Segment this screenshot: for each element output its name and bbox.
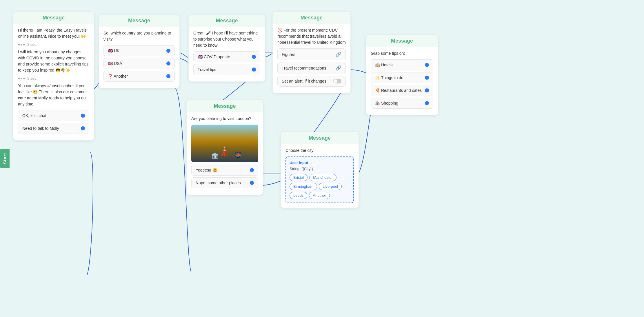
intro-msg-1: Hi there! I am Peasy, the Easy Travels o… <box>18 27 89 39</box>
london-msg: Are you planning to visit London? <box>191 116 258 122</box>
card-intro: Message Hi there! I am Peasy, the Easy T… <box>13 12 94 141</box>
delay-1: 3 sec. <box>27 42 37 47</box>
user-input-box: User input String: {{City}} Bristol Manc… <box>285 156 354 203</box>
start-badge: Start <box>0 149 10 168</box>
btn-travel-tips[interactable]: Travel tips <box>193 64 260 75</box>
card-choose-title: Message <box>189 15 265 27</box>
btn-covid-update[interactable]: 🇬🇧 COVID update <box>193 51 260 62</box>
btn-usa[interactable]: 🇺🇸 USA <box>103 58 175 69</box>
delay-2: 3 sec. <box>27 76 37 81</box>
btn-set-alert[interactable]: Set an alert, if it changes <box>277 76 346 87</box>
chip-birmingham[interactable]: Birmingham <box>290 183 317 190</box>
chip-leeds[interactable]: Leeds <box>290 192 307 199</box>
card-cdc: Message 🚫 For the present moment: CDC re… <box>272 12 351 93</box>
country-msg: So, which country are you planning to vi… <box>103 30 175 42</box>
btn-uk[interactable]: 🇬🇧 UK <box>103 45 175 56</box>
link-icon-recs: 🔗 <box>336 65 341 71</box>
chip-manchester[interactable]: Manchester <box>309 174 336 181</box>
chip-bristol[interactable]: Bristol <box>290 174 308 181</box>
btn-yeeees[interactable]: Yeeees!! 😄 <box>191 165 258 176</box>
start-label: Start <box>2 153 7 164</box>
card-tips: Message Grab some tips on: 🏨 Hotels ✨ Th… <box>366 35 438 115</box>
btn-figures[interactable]: Figures 🔗 <box>277 48 346 60</box>
card-intro-title: Message <box>13 12 94 24</box>
card-london: Message Are you planning to visit London… <box>186 100 263 195</box>
btn-restaurants[interactable]: 🍕 Restaurants and cafes <box>371 85 433 96</box>
btn-molly[interactable]: Need to talk to Molly <box>18 123 89 134</box>
cdc-msg: 🚫 For the present moment: CDC recommends… <box>277 27 346 45</box>
choose-msg: Great! 🎤 I hope I'll have something to s… <box>193 30 260 48</box>
btn-nope[interactable]: Nope, some other places <box>191 177 258 188</box>
city-msg: Choose the city: <box>285 147 354 154</box>
btn-shopping[interactable]: 🛍️ Shopping <box>371 98 433 109</box>
btn-hotels[interactable]: 🏨 Hotels <box>371 59 433 70</box>
intro-msg-3: You can always «/unsubscribe» if you fee… <box>18 83 89 107</box>
user-input-var: String: {{City}} <box>290 167 350 171</box>
user-input-label: User input <box>290 161 350 165</box>
canvas: Start Message Hi there! I am Peasy, the … <box>0 0 644 317</box>
chip-liverpool[interactable]: Liverpool <box>319 183 342 190</box>
intro-msg-2: I will inform you about any changes with… <box>18 49 89 73</box>
card-choose: Message Great! 🎤 I hope I'll have someth… <box>188 14 265 82</box>
chip-another[interactable]: Another <box>309 192 330 199</box>
btn-another-country[interactable]: ❓ Another <box>103 71 175 82</box>
btn-ok-chat[interactable]: OK, let's chat <box>18 110 89 121</box>
tips-msg: Grab some tips on: <box>371 50 433 57</box>
card-country: Message So, which country are you planni… <box>99 14 180 88</box>
btn-travel-recommendations[interactable]: Travel recommendations 🔗 <box>277 62 346 74</box>
btn-things-to-do[interactable]: ✨ Things to do <box>371 72 433 83</box>
link-icon-figures: 🔗 <box>336 52 341 57</box>
card-city: Message Choose the city: User input Stri… <box>281 132 359 208</box>
card-city-title: Message <box>281 132 359 144</box>
card-london-title: Message <box>187 100 263 112</box>
card-tips-title: Message <box>366 35 438 47</box>
city-chips: Bristol Manchester Birmingham Liverpool … <box>290 174 350 199</box>
london-image: 🗼 🏛️ 🌉 <box>191 125 258 162</box>
card-country-title: Message <box>99 15 179 27</box>
typing-dots-2: 3 sec. <box>18 76 89 81</box>
card-cdc-title: Message <box>273 12 350 24</box>
typing-dots-1: 3 sec. <box>18 42 89 47</box>
